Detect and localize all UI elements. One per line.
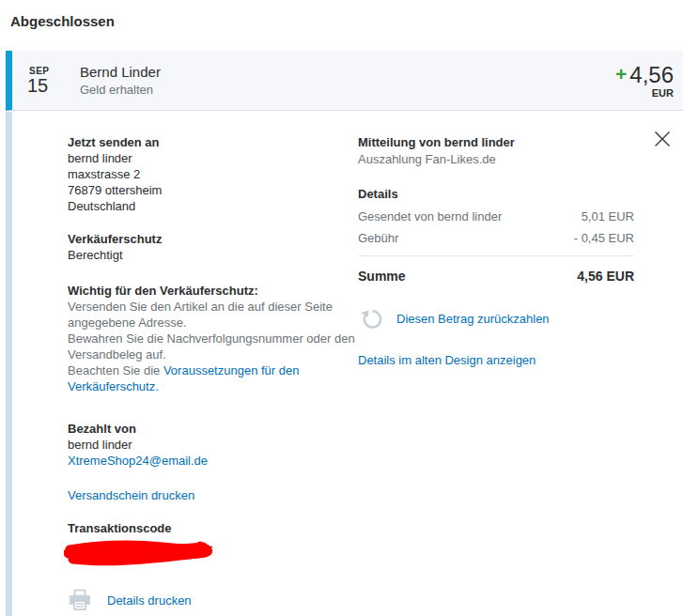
seller-protection-heading: Verkäuferschutz — [68, 231, 355, 247]
amount-breakdown-section: Details Gesendet von bernd linder 5,01 E… — [358, 186, 634, 285]
breakdown-row: Gebühr - 0,45 EUR — [358, 227, 634, 249]
transaction-code-heading: Transaktionscode — [68, 520, 355, 536]
address-line: Deutschland — [68, 198, 355, 214]
refund-link-label[interactable]: Diesen Betrag zurückzahlen — [396, 311, 550, 327]
close-icon[interactable] — [654, 131, 671, 147]
breakdown-value: - 0,45 EUR — [574, 230, 634, 246]
print-details-label[interactable]: Details drucken — [107, 593, 192, 608]
seller-protection-status: Berechtigt — [68, 247, 355, 263]
send-to-heading: Jetzt senden an — [68, 134, 355, 150]
transaction-details-panel: Jetzt senden an bernd linder maxstrasse … — [6, 112, 683, 616]
transaction-details-page: Abgeschlossen SEP 15 Bernd Linder Geld e… — [0, 0, 683, 616]
amount-sign: + — [615, 63, 627, 85]
address-line: 76879 ottersheim — [68, 182, 355, 198]
seller-protection-section: Verkäuferschutz Berechtigt — [68, 231, 355, 263]
breakdown-heading: Details — [358, 186, 634, 202]
total-label: Summe — [358, 269, 406, 285]
seller-protection-notice-section: Wichtig für den Verkäuferschutz: Versend… — [68, 283, 355, 394]
paid-by-section: Bezahlt von bernd linder XtremeShop24@em… — [68, 421, 355, 469]
breakdown-label: Gebühr — [358, 230, 398, 246]
breakdown-row: Gesendet von bernd linder 5,01 EUR — [358, 206, 634, 227]
details-left-column: Jetzt senden an bernd linder maxstrasse … — [68, 134, 355, 611]
amount-currency: EUR — [615, 87, 674, 99]
transaction-code-section: Transaktionscode — [68, 520, 355, 568]
total-value: 4,56 EUR — [577, 269, 634, 285]
message-heading: Mitteilung von bernd linder — [358, 134, 634, 150]
date-day: 15 — [27, 76, 69, 95]
circular-arrow-icon — [360, 307, 382, 331]
breakdown-label: Gesendet von bernd linder — [358, 208, 502, 224]
send-to-section: Jetzt senden an bernd linder maxstrasse … — [68, 134, 355, 214]
printer-icon — [68, 589, 92, 611]
amount-value: 4,56 — [629, 62, 674, 87]
transaction-amount: +4,56 EUR — [615, 63, 674, 99]
counterparty-name: Bernd Linder — [80, 64, 161, 80]
notice-paragraph: Versenden Sie den Artikel an die auf die… — [68, 299, 355, 331]
address-line: bernd linder — [68, 150, 355, 166]
address-line: maxstrasse 2 — [68, 166, 355, 182]
print-shipping-label-link[interactable]: Versandschein drucken — [68, 488, 194, 502]
transaction-title: Bernd Linder Geld erhalten — [80, 64, 161, 97]
notice-heading: Wichtig für den Verkäuferschutz: — [68, 283, 355, 299]
transaction-date: SEP 15 — [27, 66, 69, 95]
payer-email-link[interactable]: XtremeShop24@email.de — [68, 454, 208, 468]
breakdown-total-row: Summe 4,56 EUR — [358, 269, 634, 285]
transaction-row[interactable]: SEP 15 Bernd Linder Geld erhalten +4,56 … — [6, 51, 683, 111]
message-section: Mitteilung von bernd linder Auszahlung F… — [358, 134, 634, 167]
paid-by-heading: Bezahlt von — [68, 421, 355, 437]
old-design-link[interactable]: Details im alten Design anzeigen — [358, 352, 536, 368]
transaction-type: Geld erhalten — [80, 83, 161, 97]
notice-paragraph: Bewahren Sie die Nachverfolgungsnummer o… — [68, 331, 355, 362]
message-text: Auszahlung Fan-Likes.de — [358, 151, 634, 167]
refund-button[interactable]: Diesen Betrag zurückzahlen — [358, 307, 634, 331]
payer-name: bernd linder — [68, 437, 355, 453]
page-title: Abgeschlossen — [10, 13, 115, 29]
breakdown-rows: Gesendet von bernd linder 5,01 EUR Gebüh… — [358, 206, 634, 256]
notice-paragraph: Beachten Sie die Voraussetzungen für den… — [68, 362, 355, 394]
breakdown-value: 5,01 EUR — [582, 208, 634, 224]
print-details-button[interactable]: Details drucken — [68, 589, 355, 611]
details-right-column: Mitteilung von bernd linder Auszahlung F… — [358, 134, 634, 368]
redaction-scribble — [64, 538, 216, 568]
